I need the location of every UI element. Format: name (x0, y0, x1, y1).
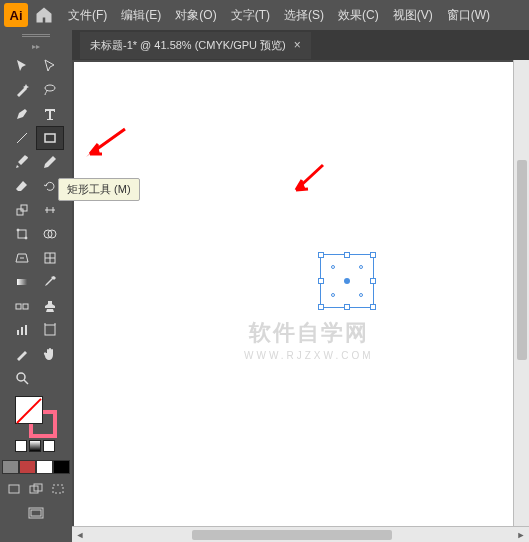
app-logo: Ai (4, 3, 28, 27)
svg-rect-19 (45, 325, 55, 335)
menu-edit[interactable]: 编辑(E) (115, 3, 167, 28)
menu-select[interactable]: 选择(S) (278, 3, 330, 28)
svg-point-22 (17, 373, 25, 381)
svg-rect-5 (18, 230, 26, 238)
mesh-tool[interactable] (36, 246, 64, 270)
svg-rect-16 (17, 330, 19, 335)
hand-tool[interactable] (36, 342, 64, 366)
document-area: 未标题-1* @ 41.58% (CMYK/GPU 预览) × (72, 30, 529, 542)
tool-tooltip: 矩形工具 (M) (58, 178, 140, 201)
color-mode-none[interactable] (43, 440, 55, 452)
canvas[interactable]: 软件自学网 WWW.RJZXW.COM (74, 62, 527, 540)
annotation-arrow-icon (80, 124, 130, 164)
panel-expand-icon[interactable]: ▸▸ (32, 42, 40, 51)
line-tool[interactable] (8, 126, 36, 150)
draw-inside[interactable] (47, 480, 69, 498)
pen-tool[interactable] (8, 102, 36, 126)
watermark-main: 软件自学网 (244, 318, 374, 348)
resize-handle-mr[interactable] (370, 278, 376, 284)
resize-handle-tl[interactable] (318, 252, 324, 258)
blend-tool[interactable] (8, 294, 36, 318)
corner-widget-icon[interactable] (359, 265, 363, 269)
fill-stroke-control[interactable] (13, 394, 59, 454)
column-graph-tool[interactable] (8, 318, 36, 342)
empty-tool-slot (36, 366, 64, 390)
resize-handle-ml[interactable] (318, 278, 324, 284)
paintbrush-tool[interactable] (8, 150, 36, 174)
menu-view[interactable]: 视图(V) (387, 3, 439, 28)
color-mode-gradient[interactable] (29, 440, 41, 452)
watermark-sub: WWW.RJZXW.COM (244, 350, 374, 361)
svg-rect-17 (21, 327, 23, 335)
swatch-2[interactable] (19, 460, 36, 474)
svg-rect-3 (17, 209, 23, 215)
tab-title: 未标题-1* @ 41.58% (CMYK/GPU 预览) (90, 38, 286, 53)
tool-panel: ▸▸ (0, 30, 72, 542)
document-tab[interactable]: 未标题-1* @ 41.58% (CMYK/GPU 预览) × (80, 32, 311, 59)
perspective-grid-tool[interactable] (8, 246, 36, 270)
home-icon[interactable] (34, 5, 54, 25)
scrollbar-thumb[interactable] (517, 160, 527, 360)
direct-selection-tool[interactable] (36, 54, 64, 78)
menu-object[interactable]: 对象(O) (169, 3, 222, 28)
svg-rect-13 (17, 279, 27, 285)
corner-widget-icon[interactable] (331, 293, 335, 297)
swatch-row (2, 460, 70, 474)
shape-builder-tool[interactable] (36, 222, 64, 246)
menu-type[interactable]: 文字(T) (225, 3, 276, 28)
magic-wand-tool[interactable] (8, 78, 36, 102)
scrollbar-horizontal[interactable]: ◄ ► (72, 526, 529, 542)
selection-center[interactable] (344, 278, 350, 284)
zoom-tool[interactable] (8, 366, 36, 390)
svg-rect-29 (31, 510, 41, 516)
watermark: 软件自学网 WWW.RJZXW.COM (244, 318, 374, 361)
svg-rect-4 (21, 205, 27, 211)
resize-handle-bm[interactable] (344, 304, 350, 310)
corner-widget-icon[interactable] (331, 265, 335, 269)
resize-handle-tr[interactable] (370, 252, 376, 258)
scrollbar-vertical[interactable] (513, 60, 529, 526)
eraser-tool[interactable] (8, 174, 36, 198)
resize-handle-br[interactable] (370, 304, 376, 310)
artboard-tool[interactable] (36, 318, 64, 342)
free-transform-tool[interactable] (8, 222, 36, 246)
scroll-left-icon[interactable]: ◄ (72, 527, 88, 543)
menu-effect[interactable]: 效果(C) (332, 3, 385, 28)
gradient-tool[interactable] (8, 270, 36, 294)
menu-window[interactable]: 窗口(W) (441, 3, 496, 28)
pencil-tool[interactable] (36, 150, 64, 174)
tab-bar: 未标题-1* @ 41.58% (CMYK/GPU 预览) × (72, 30, 529, 60)
resize-handle-tm[interactable] (344, 252, 350, 258)
menu-file[interactable]: 文件(F) (62, 3, 113, 28)
rectangle-tool[interactable] (36, 126, 64, 150)
eyedropper-tool[interactable] (36, 270, 64, 294)
width-tool[interactable] (36, 198, 64, 222)
scrollbar-thumb[interactable] (192, 530, 392, 540)
svg-rect-27 (53, 485, 63, 493)
swatch-1[interactable] (2, 460, 19, 474)
color-mode-solid[interactable] (15, 440, 27, 452)
tab-close-icon[interactable]: × (294, 38, 301, 52)
scale-tool[interactable] (8, 198, 36, 222)
corner-widget-icon[interactable] (359, 293, 363, 297)
svg-line-1 (17, 133, 27, 143)
swatch-4[interactable] (53, 460, 70, 474)
symbol-sprayer-tool[interactable] (36, 294, 64, 318)
type-tool[interactable] (36, 102, 64, 126)
svg-point-7 (25, 237, 27, 239)
fill-color[interactable] (15, 396, 43, 424)
svg-point-6 (17, 229, 19, 231)
selection-tool[interactable] (8, 54, 36, 78)
slice-tool[interactable] (8, 342, 36, 366)
draw-normal[interactable] (3, 480, 25, 498)
swatch-3[interactable] (36, 460, 53, 474)
draw-modes (3, 480, 69, 498)
draw-behind[interactable] (25, 480, 47, 498)
selected-rectangle[interactable] (320, 254, 374, 308)
screen-mode-icon[interactable] (27, 506, 45, 524)
lasso-tool[interactable] (36, 78, 64, 102)
resize-handle-bl[interactable] (318, 304, 324, 310)
panel-grip[interactable] (21, 34, 51, 40)
svg-line-23 (24, 380, 28, 384)
scroll-right-icon[interactable]: ► (513, 527, 529, 543)
